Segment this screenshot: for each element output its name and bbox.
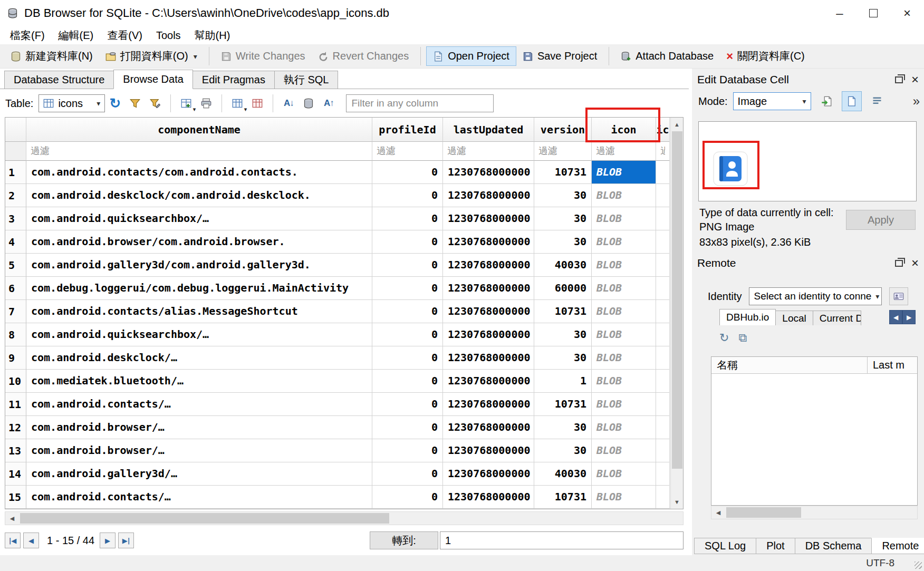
cell-icon[interactable]: BLOB [592, 184, 656, 207]
row-number[interactable]: 11 [5, 393, 26, 416]
cell-ic[interactable] [656, 184, 670, 207]
column-filter-input-icon[interactable] [592, 142, 656, 160]
cell-profileid[interactable]: 0 [372, 300, 443, 323]
clear-filters-button[interactable] [125, 93, 145, 113]
cell-version[interactable]: 40030 [534, 254, 592, 277]
cell-profileid[interactable]: 0 [372, 277, 443, 300]
row-number[interactable]: 14 [5, 462, 26, 486]
cell-componentname[interactable]: com.mediatek.bluetooth/… [26, 370, 372, 393]
cell-lastupdated[interactable]: 1230768000000 [443, 207, 534, 230]
menu-查看-v[interactable]: 查看(V) [100, 27, 149, 44]
cell-ic[interactable] [656, 439, 670, 462]
cell-profileid[interactable]: 0 [372, 416, 443, 439]
cell-icon[interactable]: BLOB [592, 439, 656, 462]
cell-icon[interactable]: BLOB [592, 230, 656, 254]
remote-scrollbar-thumb[interactable] [726, 507, 801, 518]
first-page-button[interactable]: |◀ [5, 533, 21, 548]
print-button[interactable] [196, 93, 216, 113]
column-header-lastupdated[interactable]: lastUpdated [443, 118, 534, 142]
remote-tab-current-dat[interactable]: Current Dat [813, 311, 861, 325]
revert-changes-button[interactable]: Revert Changes [312, 47, 416, 65]
remote-column-last-modified[interactable]: Last m [868, 357, 910, 373]
cell-version[interactable]: 30 [534, 230, 592, 254]
cell-componentname[interactable]: com.android.deskclock/com.android.deskcl… [26, 184, 372, 207]
tab-browse-data[interactable]: Browse Data [113, 70, 193, 89]
cell-profileid[interactable]: 0 [372, 346, 443, 370]
cell-icon[interactable]: BLOB [592, 207, 656, 230]
remote-column-name[interactable]: 名稱 [711, 357, 868, 373]
insert-record-button[interactable]: ▾ [176, 93, 196, 113]
cell-profileid[interactable]: 0 [372, 439, 443, 462]
menu-幫助-h[interactable]: 幫助(H) [188, 27, 237, 44]
new-database-button[interactable]: 新建資料庫(N) [4, 46, 99, 66]
column-header-version[interactable]: version [534, 118, 592, 142]
remote-horizontal-scrollbar[interactable]: ◀ ▶ [711, 506, 918, 519]
cell-version[interactable]: 40030 [534, 462, 592, 486]
cell-componentname[interactable]: com.android.browser/… [26, 416, 372, 439]
identity-select[interactable]: Select an identity to conne ▾ [749, 287, 882, 305]
cell-lastupdated[interactable]: 1230768000000 [443, 323, 534, 346]
document-view-button[interactable] [842, 91, 862, 111]
cell-componentname[interactable]: com.android.gallery3d/com.android.galler… [26, 254, 372, 277]
tab-scroll-right-button[interactable]: ▶ [902, 310, 916, 324]
row-number[interactable]: 13 [5, 439, 26, 462]
cell-ic[interactable] [656, 346, 670, 370]
cell-lastupdated[interactable]: 1230768000000 [443, 393, 534, 416]
row-number[interactable]: 6 [5, 277, 26, 300]
cell-componentname[interactable]: com.android.browser/… [26, 439, 372, 462]
cell-componentname[interactable]: com.android.contacts/alias.MessageShortc… [26, 300, 372, 323]
cell-ic[interactable] [656, 486, 670, 509]
manage-identities-button[interactable] [889, 287, 908, 305]
row-number[interactable]: 2 [5, 184, 26, 207]
menu-tools[interactable]: Tools [149, 28, 188, 43]
row-number[interactable]: 9 [5, 346, 26, 370]
remote-tab-dbhub-io[interactable]: DBHub.io [719, 309, 776, 325]
cell-lastupdated[interactable]: 1230768000000 [443, 300, 534, 323]
prev-page-button[interactable]: ◀ [23, 533, 39, 548]
sort-ascending-button[interactable]: A↓ [278, 93, 299, 113]
cell-profileid[interactable]: 0 [372, 254, 443, 277]
tab-database-structure[interactable]: Database Structure [4, 71, 114, 89]
cell-icon[interactable]: BLOB [592, 416, 656, 439]
remote-clone-icon[interactable]: ⧉ [738, 331, 747, 345]
cell-lastupdated[interactable]: 1230768000000 [443, 254, 534, 277]
write-changes-button[interactable]: Write Changes [215, 47, 312, 65]
cell-icon[interactable]: BLOB [592, 346, 656, 370]
cell-componentname[interactable]: com.debug.loggerui/com.debug.loggerui.Ma… [26, 277, 372, 300]
last-page-button[interactable]: ▶| [118, 533, 134, 548]
cell-componentname[interactable]: com.android.quicksearchbox/… [26, 207, 372, 230]
close-database-button[interactable]: × 關閉資料庫(C) [720, 46, 811, 66]
open-database-dropdown-icon[interactable]: ▾ [194, 52, 197, 61]
row-number[interactable]: 15 [5, 486, 26, 509]
row-number[interactable]: 3 [5, 207, 26, 230]
cell-profileid[interactable]: 0 [372, 462, 443, 486]
cell-version[interactable]: 30 [534, 416, 592, 439]
cell-version[interactable]: 10731 [534, 393, 592, 416]
close-panel-icon[interactable]: × [911, 73, 919, 86]
cell-version[interactable]: 30 [534, 207, 592, 230]
cell-ic[interactable] [656, 393, 670, 416]
word-wrap-button[interactable] [867, 91, 887, 111]
apply-button[interactable]: Apply [846, 210, 916, 230]
column-filter-input-profileid[interactable] [372, 142, 442, 160]
cell-lastupdated[interactable]: 1230768000000 [443, 370, 534, 393]
horizontal-scrollbar-thumb[interactable] [20, 513, 389, 524]
cell-componentname[interactable]: com.android.quicksearchbox/… [26, 323, 372, 346]
cell-ic[interactable] [656, 323, 670, 346]
cell-profileid[interactable]: 0 [372, 161, 443, 184]
cell-icon[interactable]: BLOB [592, 277, 656, 300]
column-filter-input-lastupdated[interactable] [443, 142, 534, 160]
cell-ic[interactable] [656, 277, 670, 300]
cell-lastupdated[interactable]: 1230768000000 [443, 486, 534, 509]
cell-version[interactable]: 1 [534, 370, 592, 393]
goto-record-input[interactable] [440, 531, 684, 549]
vertical-scrollbar[interactable]: ▲ ▼ [670, 118, 683, 509]
cell-componentname[interactable]: com.android.browser/com.android.browser. [26, 230, 372, 254]
encoding-indicator[interactable]: UTF-8 [866, 557, 894, 569]
goto-button[interactable]: 轉到: [370, 531, 438, 549]
save-project-button[interactable]: Save Project [516, 47, 603, 65]
cell-lastupdated[interactable]: 1230768000000 [443, 462, 534, 486]
cell-ic[interactable] [656, 161, 670, 184]
bottom-tab-remote[interactable]: Remote [871, 538, 924, 554]
cell-ic[interactable] [656, 254, 670, 277]
